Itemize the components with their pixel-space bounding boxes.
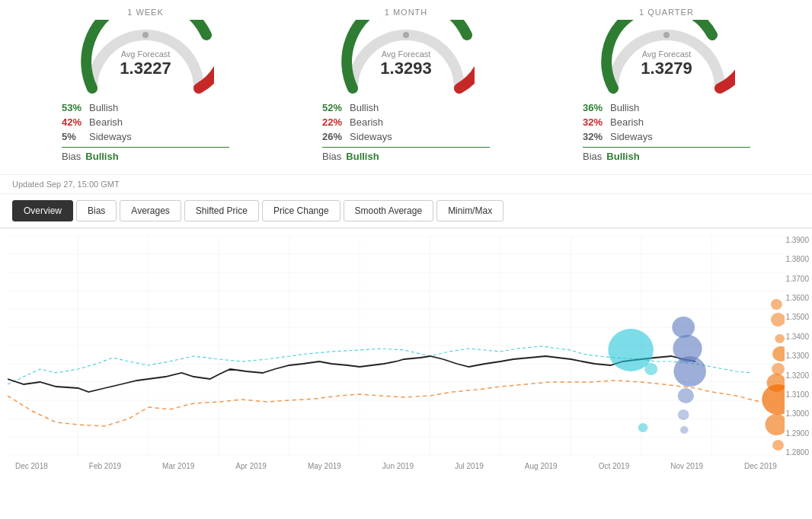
tab-bias[interactable]: Bias bbox=[76, 200, 117, 221]
gauge-1week: Avg Forecast1.3227 bbox=[77, 20, 214, 96]
svg-point-31 bbox=[678, 388, 694, 403]
stats-row-sideways: 32%Sideways bbox=[583, 129, 750, 144]
stats-row-sideways: 26%Sideways bbox=[322, 129, 490, 144]
forecast-card-1month: 1 MONTHAvg Forecast1.329352%Bullish22%Be… bbox=[299, 8, 513, 167]
stats-table-1quarter: 36%Bullish32%Bearish32%SidewaysBiasBulli… bbox=[583, 100, 750, 162]
tab-shifted-price[interactable]: Shifted Price bbox=[184, 200, 259, 221]
svg-point-0 bbox=[142, 32, 149, 38]
stats-row-bullish: 53%Bullish bbox=[62, 100, 229, 115]
svg-point-43 bbox=[638, 423, 648, 432]
chart-area: Dec 2018 Feb 2019 Mar 2019 Apr 2019 May … bbox=[0, 228, 812, 519]
stats-row-sideways: 5%Sideways bbox=[62, 129, 229, 144]
svg-point-32 bbox=[678, 409, 689, 420]
tab-minim/max[interactable]: Minim/Max bbox=[436, 200, 504, 221]
tab-price-change[interactable]: Price Change bbox=[262, 200, 340, 221]
y-axis: 1.3900 1.3800 1.3700 1.3600 1.3500 1.340… bbox=[770, 236, 812, 457]
x-axis: Dec 2018 Feb 2019 Mar 2019 Apr 2019 May … bbox=[8, 459, 785, 473]
gauge-1month: Avg Forecast1.3293 bbox=[337, 20, 475, 96]
gauge-text-1quarter: Avg Forecast1.3279 bbox=[641, 49, 692, 78]
forecast-card-1quarter: 1 QUARTERAvg Forecast1.327936%Bullish32%… bbox=[560, 8, 773, 167]
chart-wrapper: Dec 2018 Feb 2019 Mar 2019 Apr 2019 May … bbox=[0, 228, 812, 519]
svg-point-27 bbox=[644, 363, 657, 375]
stats-row-bearish: 42%Bearish bbox=[62, 115, 229, 129]
forecast-card-1week: 1 WEEKAvg Forecast1.322753%Bullish42%Bea… bbox=[39, 8, 252, 167]
top-section: 1 WEEKAvg Forecast1.322753%Bullish42%Bea… bbox=[0, 0, 812, 175]
updated-text: Updated Sep 27, 15:00 GMT bbox=[12, 180, 120, 189]
stats-table-1week: 53%Bullish42%Bearish5%SidewaysBiasBullis… bbox=[62, 100, 229, 162]
period-label-1month: 1 MONTH bbox=[385, 8, 428, 17]
stats-row-bearish: 32%Bearish bbox=[583, 115, 750, 129]
svg-point-2 bbox=[663, 32, 670, 38]
bias-row-1week: BiasBullish bbox=[62, 151, 229, 162]
gauge-text-1week: Avg Forecast1.3227 bbox=[120, 49, 171, 78]
stats-row-bullish: 52%Bullish bbox=[322, 100, 490, 115]
main-chart bbox=[8, 236, 785, 457]
gauge-text-1month: Avg Forecast1.3293 bbox=[380, 49, 431, 78]
svg-point-28 bbox=[672, 317, 695, 338]
period-label-1quarter: 1 QUARTER bbox=[639, 8, 694, 17]
stats-row-bullish: 36%Bullish bbox=[583, 100, 750, 115]
bias-row-1quarter: BiasBullish bbox=[583, 151, 750, 162]
tab-averages[interactable]: Averages bbox=[120, 200, 181, 221]
svg-point-30 bbox=[673, 356, 706, 387]
bias-row-1month: BiasBullish bbox=[322, 151, 490, 162]
gauge-1quarter: Avg Forecast1.3279 bbox=[598, 20, 735, 96]
stats-table-1month: 52%Bullish22%Bearish26%SidewaysBiasBulli… bbox=[322, 100, 490, 162]
updated-bar: Updated Sep 27, 15:00 GMT bbox=[0, 175, 812, 194]
svg-point-33 bbox=[680, 426, 689, 434]
tab-overview[interactable]: Overview bbox=[12, 200, 73, 221]
tabs-bar: OverviewBiasAveragesShifted PricePrice C… bbox=[0, 194, 812, 228]
stats-row-bearish: 22%Bearish bbox=[322, 115, 490, 129]
period-label-1week: 1 WEEK bbox=[127, 8, 164, 17]
svg-point-1 bbox=[403, 32, 409, 38]
tab-smooth-average[interactable]: Smooth Average bbox=[344, 200, 434, 221]
